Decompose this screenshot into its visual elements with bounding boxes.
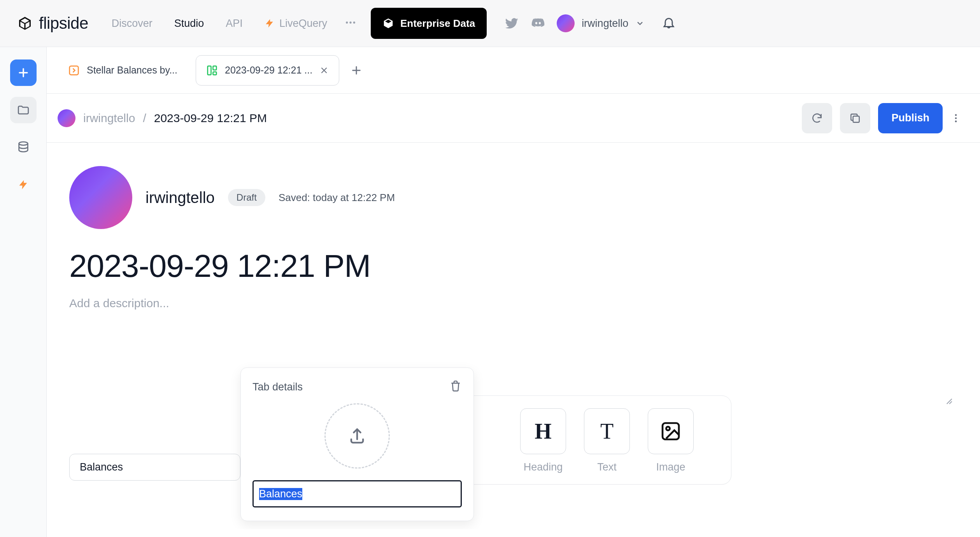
palette-image[interactable]: Image <box>648 408 694 473</box>
popover-header: Tab details <box>252 380 462 395</box>
avatar <box>69 166 132 229</box>
svg-point-2 <box>353 21 355 23</box>
nav-livequery[interactable]: LiveQuery <box>265 17 327 30</box>
svg-point-10 <box>955 117 957 119</box>
trash-icon <box>449 380 462 392</box>
svg-rect-5 <box>208 66 211 75</box>
publish-button[interactable]: Publish <box>878 103 943 133</box>
image-icon <box>648 408 694 454</box>
upload-icon <box>347 426 367 446</box>
palette-text[interactable]: T Text <box>584 408 630 473</box>
avatar <box>58 109 75 127</box>
svg-rect-6 <box>213 66 216 70</box>
popover-title: Tab details <box>252 381 303 393</box>
editor-tab[interactable]: Stellar Balances by... <box>58 55 188 86</box>
new-tab-button[interactable] <box>350 64 363 77</box>
app-root: flipside Discover Studio API LiveQuery E… <box>0 0 980 537</box>
upload-dropzone[interactable] <box>324 403 390 469</box>
refresh-button[interactable] <box>802 103 832 133</box>
enterprise-data-label: Enterprise Data <box>400 17 475 30</box>
palette-heading-label: Heading <box>524 461 563 473</box>
titlebar: irwingtello / 2023-09-29 12:21 PM Publis… <box>47 94 980 143</box>
copy-button[interactable] <box>840 103 870 133</box>
svg-point-9 <box>955 114 957 116</box>
text-icon: T <box>584 408 630 454</box>
palette-image-label: Image <box>656 461 685 473</box>
enterprise-data-button[interactable]: Enterprise Data <box>371 8 487 39</box>
copy-icon <box>849 112 861 124</box>
svg-point-0 <box>346 21 348 23</box>
lightning-icon <box>18 179 29 190</box>
nav-studio[interactable]: Studio <box>174 17 204 30</box>
cube-icon <box>382 17 394 29</box>
body: Stellar Balances by... 2023-09-29 12:21 … <box>0 47 980 537</box>
editor-tabs: Stellar Balances by... 2023-09-29 12:21 … <box>47 47 980 94</box>
plus-icon <box>350 64 363 77</box>
query-icon <box>68 65 80 76</box>
database-button[interactable] <box>10 134 37 161</box>
user-menu[interactable]: irwingtello <box>557 14 645 32</box>
svg-point-11 <box>955 120 957 122</box>
description-input[interactable]: Add a description... <box>69 297 947 310</box>
notifications-icon[interactable] <box>662 16 676 31</box>
owner-name[interactable]: irwingtello <box>146 189 215 206</box>
nav-livequery-label: LiveQuery <box>279 17 327 30</box>
more-button[interactable] <box>950 113 961 124</box>
dashboard-tab[interactable]: Balances <box>69 454 240 481</box>
twitter-icon[interactable] <box>504 16 519 31</box>
top-nav: Discover Studio API LiveQuery <box>112 17 327 30</box>
page-title[interactable]: 2023-09-29 12:21 PM <box>69 248 947 284</box>
svg-point-1 <box>349 21 351 23</box>
main: Stellar Balances by... 2023-09-29 12:21 … <box>47 47 980 537</box>
svg-point-3 <box>19 142 28 145</box>
more-vertical-icon <box>950 113 961 124</box>
heading-icon: H <box>520 408 566 454</box>
owner-row: irwingtello Draft Saved: today at 12:22 … <box>69 166 947 229</box>
header-social <box>504 16 546 31</box>
svg-rect-8 <box>853 116 859 122</box>
saved-text: Saved: today at 12:22 PM <box>279 192 395 204</box>
database-icon <box>17 141 30 154</box>
breadcrumb-owner[interactable]: irwingtello <box>83 112 135 125</box>
publish-label: Publish <box>891 112 929 124</box>
brand-logo-icon <box>17 16 33 31</box>
tab-details-popover: Tab details <box>240 367 474 521</box>
palette-heading[interactable]: H Heading <box>520 408 566 473</box>
brand-name: flipside <box>39 14 88 33</box>
avatar <box>557 14 575 32</box>
left-rail <box>0 47 47 537</box>
brand[interactable]: flipside <box>17 14 88 33</box>
nav-discover[interactable]: Discover <box>112 17 153 30</box>
palette-text-label: Text <box>597 461 617 473</box>
files-button[interactable] <box>10 97 37 123</box>
editor-tab-label: Stellar Balances by... <box>87 65 177 76</box>
content: irwingtello Draft Saved: today at 12:22 … <box>47 143 969 529</box>
titlebar-actions: Publish <box>802 103 961 133</box>
plus-icon <box>17 66 30 79</box>
nav-more-icon[interactable] <box>344 16 357 30</box>
header: flipside Discover Studio API LiveQuery E… <box>0 0 980 47</box>
user-name: irwingtello <box>582 17 628 30</box>
tab-name-input[interactable] <box>252 480 462 507</box>
breadcrumb-sep: / <box>143 112 146 125</box>
refresh-icon <box>811 112 823 124</box>
editor-tab-label: 2023-09-29 12:21 ... <box>225 65 312 76</box>
livequery-rail-button[interactable] <box>10 171 37 198</box>
lightning-icon <box>265 18 275 28</box>
resize-handle-icon[interactable] <box>943 395 954 407</box>
breadcrumb: irwingtello / 2023-09-29 12:21 PM <box>58 109 267 127</box>
new-button[interactable] <box>10 59 37 86</box>
nav-api[interactable]: API <box>226 17 243 30</box>
close-tab-icon[interactable] <box>319 66 329 75</box>
content-scroll: irwingtello Draft Saved: today at 12:22 … <box>47 143 980 537</box>
editor-tab[interactable]: 2023-09-29 12:21 ... <box>196 55 339 86</box>
status-badge: Draft <box>228 189 265 206</box>
chevron-down-icon <box>635 19 645 28</box>
dashboard-icon <box>206 65 218 76</box>
svg-rect-4 <box>70 66 79 75</box>
folder-icon <box>17 103 30 117</box>
discord-icon[interactable] <box>530 16 546 31</box>
breadcrumb-title: 2023-09-29 12:21 PM <box>154 112 267 125</box>
svg-point-13 <box>666 427 670 430</box>
delete-tab-button[interactable] <box>449 380 462 395</box>
